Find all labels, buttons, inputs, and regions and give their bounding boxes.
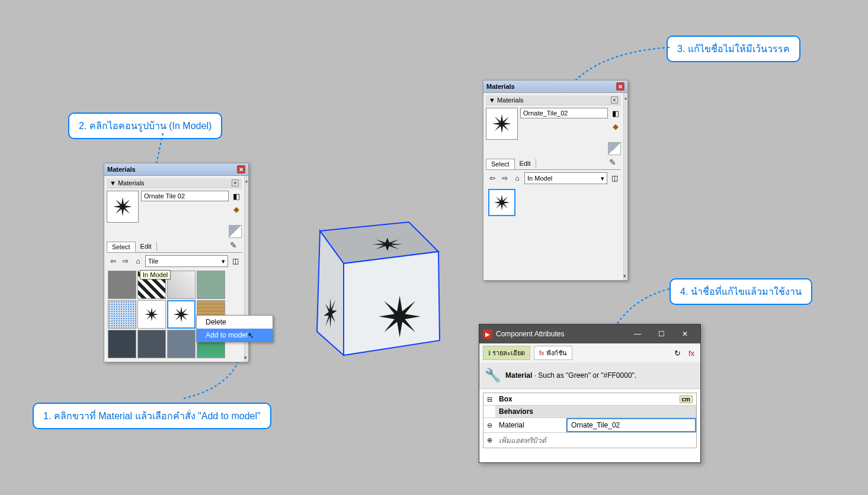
forward-icon[interactable]: ⇨: [120, 256, 131, 266]
row-material-label: Material: [495, 419, 566, 431]
window-title: Component Attributes: [496, 330, 564, 338]
home-icon[interactable]: ⌂: [512, 173, 523, 184]
details-icon[interactable]: ◫: [230, 256, 241, 266]
library-dropdown[interactable]: Tile▾: [145, 255, 228, 267]
materials-panel-1: Materials ✕ ▼ Materials × ◧ ◆: [104, 163, 249, 362]
ctx-delete[interactable]: Delete: [197, 316, 273, 329]
minimize-button[interactable]: —: [626, 327, 649, 341]
material-name-input[interactable]: [520, 108, 608, 118]
ctx-add-to-model[interactable]: Add to model: [197, 329, 273, 342]
cursor-icon: ↖: [248, 331, 254, 340]
close-icon[interactable]: ✕: [237, 165, 245, 173]
tab-details[interactable]: ℹรายละเอียด: [483, 346, 530, 360]
tab-select[interactable]: Select: [107, 242, 136, 252]
component-attributes-window: ▶ Component Attributes — ☐ ✕ ℹรายละเอียด…: [479, 324, 701, 463]
tab-functions[interactable]: fxฟังก์ชัน: [534, 346, 572, 360]
tile-swatch[interactable]: [108, 271, 136, 299]
sample-icon[interactable]: ◧: [610, 108, 621, 118]
row-box-label: Box cm: [495, 393, 696, 405]
material-preview: [486, 108, 518, 140]
tile-swatch[interactable]: [137, 330, 166, 358]
drill-icon: 🔧: [484, 367, 501, 384]
row-behaviors-label: Behaviors: [495, 406, 696, 417]
materials-panel-2: Materials ✕ ▼ Materials × ◧ ◆: [483, 80, 628, 281]
tile-swatch[interactable]: [108, 330, 136, 358]
color-swatch[interactable]: [608, 142, 621, 155]
close-button[interactable]: ✕: [673, 327, 697, 341]
material-preview: [107, 191, 139, 223]
model-cube: [284, 195, 450, 362]
details-icon[interactable]: ◫: [609, 173, 620, 184]
window-titlebar: ▶ Component Attributes — ☐ ✕: [479, 324, 700, 343]
in-model-tooltip: In Model: [140, 270, 171, 279]
tile-swatch[interactable]: [137, 300, 166, 329]
material-grid: [107, 269, 242, 359]
tile-swatch-selected[interactable]: [167, 300, 196, 329]
eyedropper-icon[interactable]: ✎: [230, 240, 242, 252]
hint-text: Material · Such as "Green" or "#FF0000".: [505, 371, 636, 380]
tile-swatch[interactable]: [197, 271, 225, 299]
panel-title: Materials: [486, 83, 515, 90]
in-model-thumb[interactable]: [488, 189, 515, 216]
row-add-attribute[interactable]: เพิ่มแอตทริบิวต์: [495, 433, 696, 448]
back-icon[interactable]: ⇦: [487, 173, 498, 184]
material-value-input[interactable]: Ornate_Tile_02: [566, 418, 696, 432]
close-icon[interactable]: ✕: [616, 82, 624, 91]
color-swatch[interactable]: [229, 225, 242, 238]
panel-subtitle[interactable]: ▼ Materials: [489, 97, 524, 104]
svg-marker-2: [344, 252, 440, 355]
fx-icon[interactable]: fx: [686, 348, 697, 358]
tile-swatch[interactable]: [108, 300, 136, 329]
scroll-down-icon[interactable]: ▾: [623, 273, 626, 279]
remove-attr-icon[interactable]: ⊖: [483, 422, 495, 429]
callout-step-1: 1. คลิกขวาที่ Material แล้วเลือกคำสั่ง "…: [33, 403, 271, 429]
context-menu: Delete Add to model: [196, 315, 273, 342]
forward-icon[interactable]: ⇨: [499, 173, 510, 184]
callout-step-3: 3. แก้ไขชื่อไม่ให้มีเว้นวรรค: [667, 36, 800, 62]
maximize-button[interactable]: ☐: [649, 327, 673, 341]
back-icon[interactable]: ⇦: [108, 256, 118, 266]
sample-icon[interactable]: ◧: [231, 191, 242, 201]
refresh-icon[interactable]: ↻: [672, 348, 683, 358]
scroll-down-icon[interactable]: ▾: [244, 355, 247, 361]
eyedropper-icon[interactable]: ✎: [609, 158, 621, 169]
minimize-icon[interactable]: ×: [232, 179, 239, 187]
home-icon[interactable]: ⌂: [133, 256, 143, 266]
add-material-icon[interactable]: ◆: [231, 204, 242, 214]
tab-edit[interactable]: Edit: [136, 242, 157, 251]
add-material-icon[interactable]: ◆: [610, 121, 621, 131]
app-icon: ▶: [483, 329, 492, 339]
tile-swatch[interactable]: [167, 330, 196, 358]
panel-subtitle[interactable]: ▼ Materials: [110, 179, 145, 187]
tile-swatch[interactable]: [167, 271, 196, 299]
material-name-input[interactable]: [141, 191, 229, 201]
add-attr-icon[interactable]: ⊕: [483, 436, 495, 444]
minimize-icon[interactable]: ×: [611, 97, 618, 104]
tab-select[interactable]: Select: [486, 159, 515, 169]
scroll-up-icon[interactable]: ▴: [623, 93, 627, 280]
panel-title: Materials: [107, 166, 136, 173]
callout-step-4: 4. นำชื่อที่แก้ไขแล้วมาใช้งาน: [670, 278, 812, 305]
tab-edit[interactable]: Edit: [515, 159, 536, 168]
unit-badge[interactable]: cm: [680, 396, 693, 403]
collapse-icon[interactable]: ⊟: [483, 396, 495, 403]
library-dropdown[interactable]: In Model▾: [524, 172, 607, 184]
callout-step-2: 2. คลิกไอคอนรูปบ้าน (In Model): [68, 112, 222, 139]
